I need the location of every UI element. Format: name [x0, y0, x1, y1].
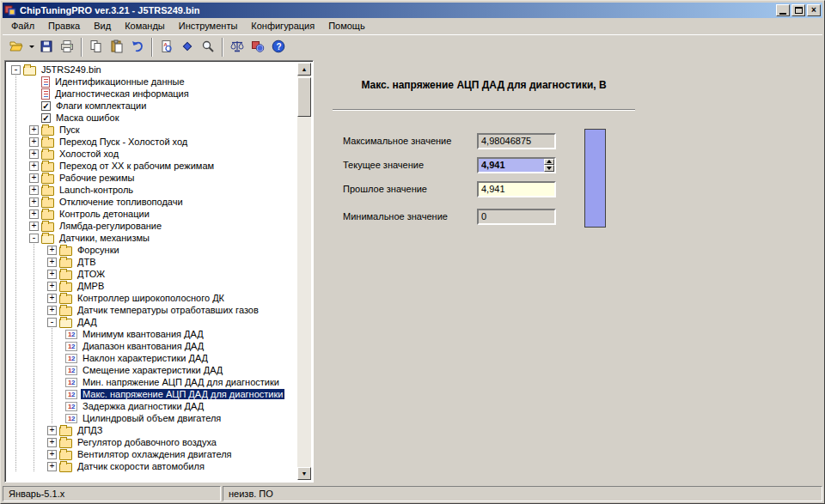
tree-row[interactable]: -ДАД [7, 316, 297, 328]
expand-expander-icon[interactable]: + [47, 306, 57, 315]
tree-label[interactable]: Контроль детонации [58, 209, 151, 219]
tree-label[interactable]: Контроллер широкополосного ДК [76, 293, 226, 303]
menu-item-3[interactable]: Команды [118, 19, 172, 33]
tree-label[interactable]: Минимум квантования ДАД [81, 329, 205, 339]
copy-button[interactable] [86, 37, 107, 58]
tree-row[interactable]: +Форсунки [7, 244, 297, 256]
compare-button[interactable] [177, 37, 198, 58]
tree-label[interactable]: Launch-контроль [58, 185, 135, 195]
save-button[interactable] [36, 37, 57, 58]
tree-row[interactable]: 12Задержка диагностики ДАД [7, 400, 297, 412]
tree-row[interactable]: +Launch-контроль [7, 184, 297, 196]
min-value-input[interactable] [477, 209, 556, 225]
expand-expander-icon[interactable]: + [47, 246, 57, 255]
tree-label[interactable]: Идентификационные данные [53, 76, 186, 87]
expand-expander-icon[interactable]: + [47, 438, 57, 447]
collapse-expander-icon[interactable]: - [29, 234, 39, 243]
tree-row[interactable]: 12Минимум квантования ДАД [7, 328, 297, 340]
help-button[interactable]: ? [268, 37, 289, 58]
tree-row[interactable]: +Регулятор добавочного воздуха [7, 436, 297, 448]
tree-row[interactable]: ✓Флаги комплектации [7, 100, 297, 112]
previous-value-input[interactable] [477, 181, 556, 197]
tree-label[interactable]: Холостой ход [58, 149, 120, 159]
tree-row[interactable]: 12Цилиндровый объем двигателя [7, 412, 297, 424]
minimize-button[interactable] [776, 4, 790, 16]
collapse-expander-icon[interactable]: - [11, 65, 21, 75]
tree-row[interactable]: ✓Маска ошибок [7, 112, 297, 124]
menu-item-0[interactable]: Файл [4, 19, 41, 33]
tree-label[interactable]: Наклон характеристики ДАД [81, 353, 210, 363]
tree-label[interactable]: Регулятор добавочного воздуха [76, 437, 218, 447]
tree-label[interactable]: Флаги комплектации [54, 100, 148, 111]
tree-label[interactable]: ДТОЖ [76, 269, 107, 279]
tree-label[interactable]: Датчики, механизмы [58, 233, 151, 243]
tree-label[interactable]: ДТВ [76, 257, 98, 267]
tree-scrollbar[interactable]: ▲ ▼ [297, 63, 311, 480]
undo-button[interactable] [127, 37, 148, 58]
checksum-button[interactable]: A [156, 37, 177, 58]
expand-expander-icon[interactable]: + [47, 426, 57, 435]
scroll-up-button[interactable]: ▲ [297, 63, 311, 76]
expand-expander-icon[interactable]: + [29, 222, 39, 231]
tree-label[interactable]: Переход от ХХ к рабочим режимам [58, 161, 216, 171]
expand-expander-icon[interactable]: + [29, 173, 39, 183]
tree-label[interactable]: Диагностическая информация [53, 88, 191, 99]
config-button[interactable] [248, 37, 268, 58]
spinner-down-button[interactable] [544, 165, 554, 172]
open-dropdown-button[interactable] [27, 37, 36, 58]
tree-row[interactable]: +Датчик скорости автомобиля [7, 460, 297, 472]
tree-label[interactable]: J5TRS249.bin [40, 64, 103, 75]
close-button[interactable]: × [807, 4, 821, 16]
tree-row[interactable]: -J5TRS249.bin [7, 64, 297, 76]
tree-label[interactable]: ДПДЗ [76, 425, 104, 435]
menu-item-4[interactable]: Инструменты [172, 19, 245, 33]
measure-button[interactable] [227, 37, 248, 58]
tree-row[interactable]: +Контроллер широкополосного ДК [7, 292, 297, 304]
expand-expander-icon[interactable]: + [47, 270, 57, 279]
expand-expander-icon[interactable]: + [29, 161, 39, 171]
tree-label[interactable]: Лямбда-регулирование [58, 221, 163, 231]
scroll-down-button[interactable]: ▼ [297, 467, 311, 480]
tree-label[interactable]: Диапазон квантования ДАД [81, 341, 205, 351]
tree-label[interactable]: Переход Пуск - Холостой ход [58, 137, 189, 147]
menu-item-1[interactable]: Правка [41, 19, 87, 33]
tree-row[interactable]: +ДМРВ [7, 280, 297, 292]
tree-label[interactable]: Цилиндровый объем двигателя [81, 413, 223, 423]
expand-expander-icon[interactable]: + [47, 462, 57, 471]
tree-row[interactable]: 12Мин. напряжение АЦП ДАД для диагностик… [7, 376, 297, 388]
expand-expander-icon[interactable]: + [29, 137, 39, 147]
tree-row[interactable]: Идентификационные данные [7, 76, 297, 88]
tree-label[interactable]: Датчик скорости автомобиля [76, 461, 206, 471]
menu-item-6[interactable]: Помощь [321, 19, 372, 33]
tree-row[interactable]: 12Диапазон квантования ДАД [7, 340, 297, 352]
expand-expander-icon[interactable]: + [47, 450, 57, 459]
tree-label[interactable]: Задержка диагностики ДАД [81, 401, 205, 411]
expand-expander-icon[interactable]: + [47, 294, 57, 303]
tree-row[interactable]: 12Смещение характеристики ДАД [7, 364, 297, 376]
tree-row[interactable]: +Рабочие режимы [7, 172, 297, 184]
scroll-thumb[interactable] [297, 77, 311, 117]
tree-row[interactable]: +Отключение топливоподачи [7, 196, 297, 208]
tree-row[interactable]: +ДПДЗ [7, 424, 297, 436]
menu-item-5[interactable]: Конфигурация [244, 19, 321, 33]
tree-row[interactable]: +Вентилятор охлаждения двигателя [7, 448, 297, 460]
tree-row[interactable]: +Холостой ход [7, 148, 297, 160]
tree-label[interactable]: Пуск [58, 124, 82, 135]
zoom-button[interactable] [198, 37, 218, 58]
tree-row[interactable]: +Контроль детонации [7, 208, 297, 220]
tree-row[interactable]: 12Макс. напряжение АЦП ДАД для диагности… [7, 388, 297, 400]
tree-label[interactable]: Смещение характеристики ДАД [81, 365, 224, 375]
expand-expander-icon[interactable]: + [29, 149, 39, 159]
expand-expander-icon[interactable]: + [29, 197, 39, 207]
value-spinner[interactable] [544, 159, 554, 172]
spinner-up-button[interactable] [544, 159, 554, 166]
paste-button[interactable] [107, 37, 127, 58]
tree-row[interactable]: +ДТВ [7, 256, 297, 268]
tree-label[interactable]: Датчик температуры отработавших газов [76, 305, 260, 315]
tree-label[interactable]: Макс. напряжение АЦП ДАД для диагностики [81, 389, 284, 399]
print-button[interactable] [57, 37, 77, 58]
tree-row[interactable]: -Датчики, механизмы [7, 232, 297, 244]
expand-expander-icon[interactable]: + [29, 209, 39, 219]
maximize-button[interactable] [791, 4, 805, 16]
tree-label[interactable]: Маска ошибок [54, 112, 120, 123]
